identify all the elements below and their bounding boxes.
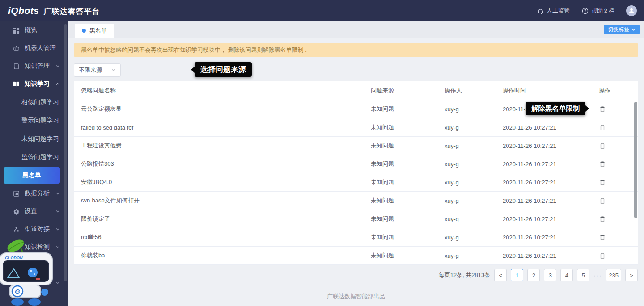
sidebar-subitem-supervision-question-learning[interactable]: 监管问题学习 bbox=[0, 148, 68, 166]
page-button-4[interactable]: 4 bbox=[560, 269, 573, 281]
sidebar-item-knowledge-management[interactable]: 知识管理 bbox=[0, 57, 68, 75]
cell-time: 2020-11-26 10:27:21 bbox=[503, 179, 599, 186]
col-header-time: 操作时间 bbox=[503, 87, 599, 95]
sidebar-subitem-similar-question-learning[interactable]: 相似问题学习 bbox=[0, 93, 68, 111]
cell-question-name: 公路报错303 bbox=[81, 160, 371, 168]
pagination: 每页12条, 共2813条 < 1 2 3 4 5 ··· 235 > bbox=[74, 269, 638, 281]
delete-button[interactable] bbox=[599, 197, 606, 204]
chevron-down-icon bbox=[55, 227, 60, 231]
delete-button[interactable] bbox=[599, 234, 606, 241]
prev-label: < bbox=[499, 272, 503, 279]
cell-question-name: 云公路定额灰显 bbox=[81, 105, 371, 113]
table-scrollbar[interactable] bbox=[634, 102, 637, 218]
cell-time: 2020-11-26 10:27:21 bbox=[503, 252, 599, 259]
sidebar-subitem-warning-question-learning[interactable]: 警示问题学习 bbox=[0, 111, 68, 130]
page-button-2[interactable]: 2 bbox=[527, 269, 540, 281]
delete-button[interactable] bbox=[599, 215, 606, 222]
cell-source: 未知问题 bbox=[371, 197, 445, 205]
cell-time: 2020-11-26 10:27:21 bbox=[503, 197, 599, 204]
prev-page-button[interactable]: < bbox=[494, 269, 507, 281]
trash-icon bbox=[599, 234, 606, 241]
delete-button[interactable] bbox=[599, 105, 606, 113]
trash-icon bbox=[599, 124, 606, 131]
tab-blacklist[interactable]: 黑名单 bbox=[75, 24, 114, 38]
sidebar-subitem-unknown-question-learning[interactable]: 未知问题学习 bbox=[0, 130, 68, 148]
open-book-icon bbox=[13, 80, 20, 88]
page-button-3[interactable]: 3 bbox=[544, 269, 556, 281]
sidebar-item-data-analysis[interactable]: 数据分析 bbox=[0, 184, 68, 202]
cell-question-name: 你就装ba bbox=[81, 252, 371, 260]
table-row: 公路报错303 未知问题 xuy-g 2020-11-26 10:27:21 bbox=[74, 155, 638, 173]
col-header-operator: 操作人 bbox=[445, 87, 503, 95]
page-label: 2 bbox=[532, 272, 535, 279]
next-page-button[interactable]: > bbox=[625, 269, 638, 281]
col-header-source: 问题来源 bbox=[371, 87, 445, 95]
cell-operator: xuy-g bbox=[445, 179, 503, 186]
robot-icon bbox=[13, 45, 20, 52]
cell-time: 2020-11-26 10:27:21 bbox=[503, 216, 599, 222]
cell-time: 2020-11-26 10:27:21 bbox=[503, 234, 599, 241]
gear-icon bbox=[13, 208, 20, 215]
trash-icon bbox=[599, 161, 606, 168]
delete-button[interactable] bbox=[599, 124, 606, 131]
cell-operator: xuy-g bbox=[445, 216, 503, 222]
sidebar-item-robot-management[interactable]: 机器人管理 bbox=[0, 39, 68, 57]
user-avatar[interactable] bbox=[626, 5, 637, 16]
cell-source: 未知问题 bbox=[371, 252, 445, 260]
cell-operator: xuy-g bbox=[445, 143, 503, 149]
question-source-select[interactable]: 不限来源 bbox=[74, 63, 121, 77]
page-label: 5 bbox=[582, 272, 585, 279]
sidebar-scrollbar[interactable] bbox=[64, 24, 67, 281]
table-row: svn-base文件如何打开 未知问题 xuy-g 2020-11-26 10:… bbox=[74, 192, 638, 210]
pagination-summary: 每页12条, 共2813条 bbox=[439, 271, 491, 279]
brand-logo: iQbots 广联达睿答平台 bbox=[8, 5, 100, 17]
table-row: rcd能56 未知问题 xuy-g 2020-11-26 10:27:21 bbox=[74, 228, 638, 247]
cell-question-name: svn-base文件如何打开 bbox=[81, 197, 371, 205]
delete-button[interactable] bbox=[599, 252, 606, 259]
table-row: 安徽JBQ4.0 未知问题 xuy-g 2020-11-26 10:27:21 bbox=[74, 173, 638, 192]
mascot-robot: GLODON G bbox=[0, 236, 58, 306]
sidebar-item-overview[interactable]: 概览 bbox=[0, 21, 68, 39]
trash-icon bbox=[599, 179, 606, 186]
cell-time: 2020-11-26 10:27:21 bbox=[503, 161, 599, 168]
leaf-icon bbox=[5, 237, 26, 254]
chevron-down-icon bbox=[111, 68, 116, 72]
sidebar-item-label: 数据分析 bbox=[25, 189, 50, 197]
tab-label: 黑名单 bbox=[89, 27, 107, 35]
sidebar-item-knowledge-learning[interactable]: 知识学习 bbox=[0, 75, 68, 93]
col-header-question-name: 忽略问题名称 bbox=[81, 87, 371, 95]
manual-supervision-link[interactable]: 人工监管 bbox=[537, 7, 570, 15]
page-button-5[interactable]: 5 bbox=[577, 269, 589, 281]
page-label: 1 bbox=[516, 272, 519, 279]
svg-text:GLODON: GLODON bbox=[5, 256, 23, 260]
delete-button[interactable] bbox=[599, 160, 606, 168]
cell-source: 未知问题 bbox=[371, 105, 445, 113]
cell-question-name: 限价锁定了 bbox=[81, 215, 371, 223]
annotation-text: 解除黑名单限制 bbox=[531, 104, 580, 113]
table-row: failed to sed data fof 未知问题 xuy-g 2020-1… bbox=[74, 118, 638, 137]
svg-text:G: G bbox=[15, 288, 20, 295]
page-ellipsis[interactable]: ··· bbox=[593, 272, 602, 279]
chevron-down-icon bbox=[55, 64, 60, 68]
sidebar-subitem-blacklist[interactable]: 黑名单 bbox=[4, 167, 60, 184]
sidebar-item-channel-integration[interactable]: 渠道对接 bbox=[0, 220, 68, 238]
table-row: 你就装ba 未知问题 xuy-g 2020-11-26 10:27:21 bbox=[74, 247, 638, 265]
switch-tabs-button[interactable]: 切换标签 bbox=[604, 25, 640, 34]
switch-tabs-label: 切换标签 bbox=[608, 26, 629, 34]
sidebar-item-settings[interactable]: 设置 bbox=[0, 202, 68, 220]
page-button-1[interactable]: 1 bbox=[511, 269, 523, 281]
cell-source: 未知问题 bbox=[371, 160, 445, 168]
cell-operator: xuy-g bbox=[445, 197, 503, 204]
cell-question-name: rcd能56 bbox=[81, 233, 371, 241]
page-label: 235 bbox=[609, 272, 619, 279]
chevron-down-icon bbox=[55, 209, 60, 214]
page-button-235[interactable]: 235 bbox=[606, 269, 621, 281]
help-circle-icon bbox=[581, 7, 589, 14]
delete-button[interactable] bbox=[599, 179, 606, 186]
cell-source: 未知问题 bbox=[371, 178, 445, 186]
chevron-up-icon bbox=[55, 82, 60, 86]
trash-icon bbox=[599, 252, 606, 259]
table-row: 限价锁定了 未知问题 xuy-g 2020-11-26 10:27:21 bbox=[74, 210, 638, 228]
help-docs-link[interactable]: 帮助文档 bbox=[581, 7, 614, 15]
delete-button[interactable] bbox=[599, 142, 606, 149]
